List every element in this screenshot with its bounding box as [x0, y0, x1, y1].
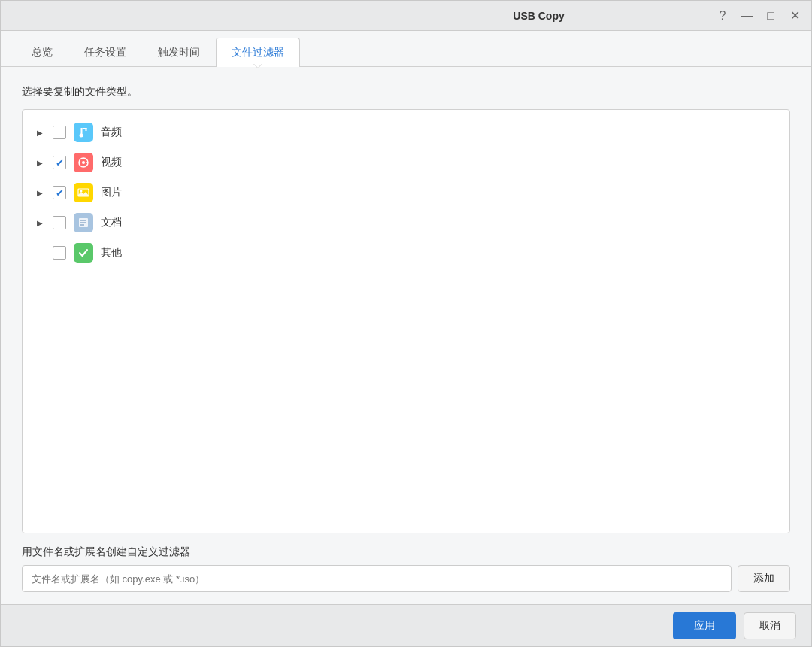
maximize-button[interactable]: □ [763, 10, 778, 22]
tab-task-settings[interactable]: 任务设置 [68, 38, 142, 67]
expand-arrow-audio[interactable]: ▶ [35, 127, 45, 138]
window-title: USB Copy [362, 10, 715, 22]
checkbox-image[interactable] [53, 186, 66, 199]
tab-trigger-time[interactable]: 触发时间 [142, 38, 216, 67]
file-type-list: ▶ 音频 ▶ [22, 109, 790, 533]
help-button[interactable]: ? [715, 10, 730, 22]
add-filter-button[interactable]: 添加 [738, 565, 790, 592]
expand-arrow-image[interactable]: ▶ [35, 187, 45, 198]
checkbox-audio[interactable] [53, 126, 66, 139]
icon-image [74, 183, 93, 202]
icon-doc [74, 213, 93, 232]
file-type-row-video: ▶ 视频 [23, 147, 789, 178]
close-button[interactable]: ✕ [787, 10, 802, 22]
icon-audio [74, 123, 93, 142]
custom-filter-label: 用文件名或扩展名创建自定义过滤器 [22, 545, 790, 559]
label-other: 其他 [101, 246, 122, 260]
tab-bar: 总览 任务设置 触发时间 文件过滤器 [1, 31, 811, 67]
svg-marker-11 [78, 192, 89, 196]
checkbox-doc[interactable] [53, 216, 66, 229]
label-video: 视频 [101, 156, 122, 169]
file-type-row-other: ▶ 其他 [23, 238, 789, 268]
custom-filter-input[interactable] [22, 565, 732, 592]
svg-rect-3 [86, 128, 87, 131]
expand-arrow-video[interactable]: ▶ [35, 157, 45, 168]
main-content: 选择要复制的文件类型。 ▶ 音频 ▶ [1, 67, 811, 604]
label-image: 图片 [101, 186, 122, 199]
section-description: 选择要复制的文件类型。 [22, 85, 790, 99]
custom-filter-row: 添加 [22, 565, 790, 592]
expand-arrow-doc[interactable]: ▶ [35, 217, 45, 228]
bottom-bar: 应用 取消 [1, 604, 811, 646]
checkbox-other[interactable] [53, 246, 66, 260]
cancel-button[interactable]: 取消 [744, 612, 796, 639]
minimize-button[interactable]: — [739, 10, 754, 22]
tab-overview[interactable]: 总览 [16, 38, 68, 67]
label-doc: 文档 [101, 216, 122, 229]
custom-filter-section: 用文件名或扩展名创建自定义过滤器 添加 [22, 545, 790, 592]
file-type-row-audio: ▶ 音频 [23, 117, 789, 147]
app-window: USB Copy ? — □ ✕ 总览 任务设置 触发时间 文件过滤器 选择要复… [0, 0, 812, 647]
title-bar: USB Copy ? — □ ✕ [1, 1, 811, 31]
checkbox-video[interactable] [53, 156, 66, 169]
svg-rect-1 [81, 128, 83, 135]
tab-file-filter[interactable]: 文件过滤器 [216, 38, 300, 67]
icon-video [74, 153, 93, 172]
apply-button[interactable]: 应用 [673, 612, 736, 639]
file-type-row-image: ▶ 图片 [23, 178, 789, 208]
icon-other [74, 243, 93, 263]
svg-point-5 [82, 161, 85, 164]
svg-point-12 [80, 190, 83, 193]
window-controls: ? — □ ✕ [715, 10, 802, 22]
label-audio: 音频 [101, 126, 122, 139]
file-type-row-doc: ▶ 文档 [23, 208, 789, 238]
